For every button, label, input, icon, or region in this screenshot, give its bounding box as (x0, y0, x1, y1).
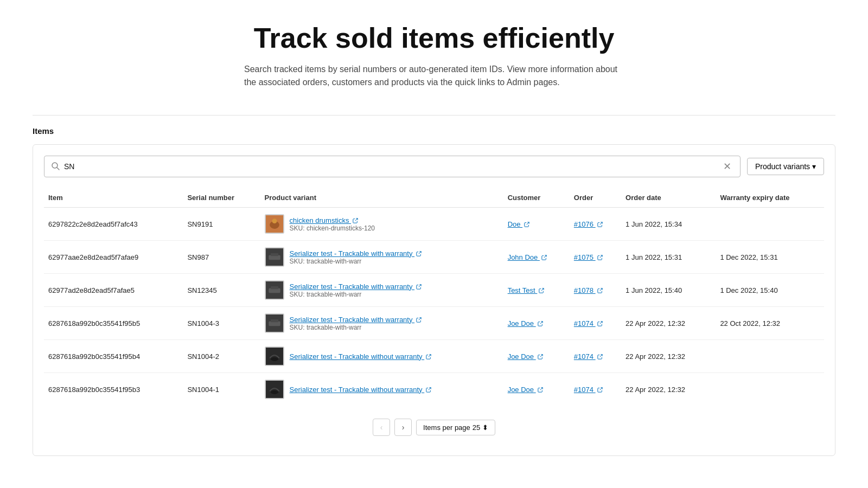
items-section: Items SN ✕ Product variants ▾ (33, 115, 835, 456)
product-variants-filter-button[interactable]: Product variants ▾ (747, 158, 824, 175)
col-customer: Customer (503, 188, 570, 208)
svg-point-4 (272, 219, 277, 223)
col-item: Item (44, 188, 183, 208)
customer-link[interactable]: Test Test (508, 286, 545, 294)
cell-warranty: 1 Dec 2022, 15:31 (716, 241, 824, 274)
product-link[interactable]: Serializer test - Trackable with warrant… (290, 316, 422, 324)
search-icon (51, 162, 60, 172)
search-input[interactable]: SN (64, 162, 717, 171)
cell-serial: SN1004-2 (183, 340, 260, 373)
table-row: 6297822c2e8d2ead5f7afc43 SN9191 chicken … (44, 208, 824, 241)
cell-customer: Doe (503, 208, 570, 241)
page-title: Track sold items efficiently (33, 22, 835, 54)
product-info: Serializer test - Trackable without warr… (290, 352, 432, 361)
cell-order-date: 1 Jun 2022, 15:40 (621, 274, 716, 307)
customer-link[interactable]: Joe Doe (508, 352, 543, 361)
product-thumbnail (265, 247, 284, 267)
svg-rect-10 (270, 286, 278, 289)
cell-product: Serializer test - Trackable without warr… (260, 373, 503, 406)
page-description: Search tracked items by serial numbers o… (244, 63, 624, 89)
product-link[interactable]: Serializer test - Trackable without warr… (290, 386, 432, 394)
cell-warranty (716, 340, 824, 373)
customer-link[interactable]: Joe Doe (508, 386, 543, 394)
cell-order-date: 22 Apr 2022, 12:32 (621, 307, 716, 340)
cell-order: #1074 (570, 340, 621, 373)
svg-rect-7 (270, 253, 278, 256)
product-thumbnail (265, 313, 284, 333)
table-row: 62977aae2e8d2ead5f7afae9 SN987 Serialize… (44, 241, 824, 274)
cell-product: Serializer test - Trackable with warrant… (260, 274, 503, 307)
table-row: 6287618a992b0c35541f95b4 SN1004-2 Serial… (44, 340, 824, 373)
order-link[interactable]: #1074 (574, 352, 603, 361)
svg-rect-14 (266, 348, 283, 365)
svg-line-1 (57, 168, 59, 170)
cell-customer: John Doe (503, 241, 570, 274)
cell-order-date: 22 Apr 2022, 12:32 (621, 340, 716, 373)
cell-product: chicken drumsticks SKU: chicken-drumstic… (260, 208, 503, 241)
col-warranty: Warranty expiry date (716, 188, 824, 208)
page-header: Track sold items efficiently Search trac… (33, 22, 835, 89)
product-link[interactable]: Serializer test - Trackable without warr… (290, 352, 432, 361)
cell-warranty (716, 373, 824, 406)
product-info: Serializer test - Trackable with warrant… (290, 249, 422, 265)
customer-link[interactable]: John Doe (508, 253, 547, 261)
cell-order: #1075 (570, 241, 621, 274)
product-thumbnail (265, 214, 284, 234)
order-link[interactable]: #1075 (574, 253, 603, 261)
order-link[interactable]: #1078 (574, 286, 603, 294)
cell-product: Serializer test - Trackable with warrant… (260, 307, 503, 340)
cell-product: Serializer test - Trackable without warr… (260, 340, 503, 373)
customer-link[interactable]: Joe Doe (508, 319, 543, 328)
items-container: SN ✕ Product variants ▾ Item Serial numb… (33, 144, 835, 456)
clear-search-button[interactable]: ✕ (721, 159, 733, 174)
svg-rect-16 (266, 381, 283, 398)
items-per-page-selector[interactable]: Items per page 25 ⬍ (416, 420, 495, 435)
search-bar-row: SN ✕ Product variants ▾ (44, 156, 824, 177)
order-link[interactable]: #1076 (574, 220, 603, 228)
cell-item: 6287618a992b0c35541f95b4 (44, 340, 183, 373)
cell-item: 6297822c2e8d2ead5f7afc43 (44, 208, 183, 241)
col-product: Product variant (260, 188, 503, 208)
cell-serial: SN1004-1 (183, 373, 260, 406)
svg-point-15 (270, 357, 278, 361)
product-thumbnail (265, 380, 284, 399)
order-link[interactable]: #1074 (574, 386, 603, 394)
product-info: Serializer test - Trackable with warrant… (290, 282, 422, 298)
order-link[interactable]: #1074 (574, 319, 603, 328)
col-serial: Serial number (183, 188, 260, 208)
prev-page-button[interactable]: ‹ (373, 419, 390, 436)
table-row: 6287618a992b0c35541f95b5 SN1004-3 Serial… (44, 307, 824, 340)
cell-customer: Joe Doe (503, 340, 570, 373)
cell-order: #1074 (570, 307, 621, 340)
product-link[interactable]: chicken drumsticks (290, 216, 358, 224)
table-row: 62977ad2e8d2ead5f7afae5 SN12345 Serializ… (44, 274, 824, 307)
cell-order: #1076 (570, 208, 621, 241)
search-wrapper: SN ✕ (44, 156, 741, 177)
product-link[interactable]: Serializer test - Trackable with warrant… (290, 282, 422, 291)
cell-warranty: 1 Dec 2022, 15:40 (716, 274, 824, 307)
cell-customer: Joe Doe (503, 373, 570, 406)
cell-order-date: 1 Jun 2022, 15:34 (621, 208, 716, 241)
product-info: chicken drumsticks SKU: chicken-drumstic… (290, 216, 375, 232)
customer-link[interactable]: Doe (508, 220, 529, 228)
product-info: Serializer test - Trackable without warr… (290, 386, 432, 394)
next-page-button[interactable]: › (394, 419, 412, 436)
items-table: Item Serial number Product variant Custo… (44, 188, 824, 406)
product-thumbnail (265, 346, 284, 366)
items-per-page-label: Items per page (423, 423, 470, 432)
cell-customer: Joe Doe (503, 307, 570, 340)
cell-serial: SN987 (183, 241, 260, 274)
cell-order-date: 22 Apr 2022, 12:32 (621, 373, 716, 406)
section-label: Items (33, 115, 835, 136)
cell-item: 62977aae2e8d2ead5f7afae9 (44, 241, 183, 274)
cell-serial: SN1004-3 (183, 307, 260, 340)
pagination-row: ‹ › Items per page 25 ⬍ (44, 419, 824, 445)
cell-order: #1074 (570, 373, 621, 406)
cell-item: 6287618a992b0c35541f95b3 (44, 373, 183, 406)
product-link[interactable]: Serializer test - Trackable with warrant… (290, 249, 422, 258)
cell-warranty (716, 208, 824, 241)
cell-customer: Test Test (503, 274, 570, 307)
cell-serial: SN9191 (183, 208, 260, 241)
cell-warranty: 22 Oct 2022, 12:32 (716, 307, 824, 340)
items-per-page-value: 25 ⬍ (473, 423, 488, 432)
